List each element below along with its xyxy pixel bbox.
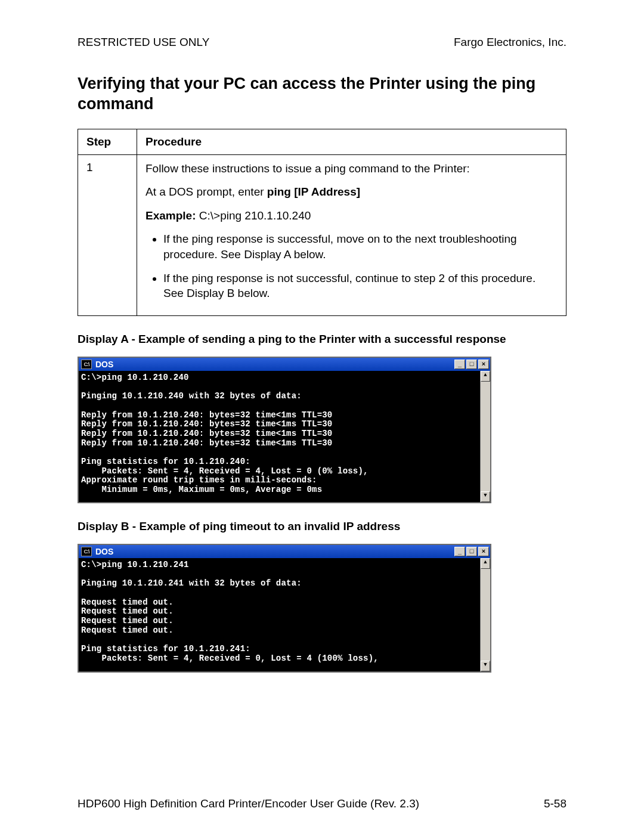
dos-window-a: C:\ DOS _ □ × C:\>ping 10.1.210.240 Ping… xyxy=(78,357,491,503)
dos-app-icon: C:\ xyxy=(81,360,92,369)
display-a-heading: Display A - Example of sending a ping to… xyxy=(78,333,566,346)
dos-title: DOS xyxy=(95,360,454,369)
scroll-up-button[interactable]: ▲ xyxy=(481,371,490,382)
page-footer: HDP600 High Definition Card Printer/Enco… xyxy=(78,797,566,810)
procedure-table: Step Procedure 1 Follow these instructio… xyxy=(78,129,566,316)
close-button[interactable]: × xyxy=(478,547,489,556)
dos-title: DOS xyxy=(95,547,454,556)
procedure-intro: Follow these instructions to issue a pin… xyxy=(145,161,558,176)
col-header-step: Step xyxy=(78,129,137,154)
bullet-failure: If the ping response is not successful, … xyxy=(163,271,558,301)
minimize-button[interactable]: _ xyxy=(454,360,465,369)
col-header-procedure: Procedure xyxy=(137,129,566,154)
header-restricted: RESTRICTED USE ONLY xyxy=(78,36,209,49)
procedure-cell: Follow these instructions to issue a pin… xyxy=(137,154,566,315)
scroll-up-button[interactable]: ▲ xyxy=(481,558,490,569)
dos-titlebar: C:\ DOS _ □ × xyxy=(79,358,490,371)
display-b-heading: Display B - Example of ping timeout to a… xyxy=(78,520,566,533)
minimize-button[interactable]: _ xyxy=(454,547,465,556)
scroll-track[interactable] xyxy=(481,569,490,661)
dos-window-b: C:\ DOS _ □ × C:\>ping 10.1.210.241 Ping… xyxy=(78,544,491,673)
maximize-button[interactable]: □ xyxy=(466,547,477,556)
step-number: 1 xyxy=(78,154,137,315)
example-label: Example: xyxy=(145,209,196,222)
dos-console-output: C:\>ping 10.1.210.240 Pinging 10.1.210.2… xyxy=(79,371,480,502)
section-title: Verifying that your PC can access the Pr… xyxy=(78,74,566,114)
page-header: RESTRICTED USE ONLY Fargo Electronics, I… xyxy=(78,36,566,49)
scrollbar[interactable]: ▲ ▼ xyxy=(480,558,490,671)
scrollbar[interactable]: ▲ ▼ xyxy=(480,371,490,502)
dos-titlebar: C:\ DOS _ □ × xyxy=(79,545,490,558)
prompt-command: ping [IP Address] xyxy=(267,185,360,198)
procedure-example: Example: C:\>ping 210.1.10.240 xyxy=(145,208,558,224)
example-command: C:\>ping 210.1.10.240 xyxy=(196,209,311,222)
close-button[interactable]: × xyxy=(478,360,489,369)
bullet-success: If the ping response is successful, move… xyxy=(163,231,558,262)
prompt-prefix: At a DOS prompt, enter xyxy=(145,185,267,198)
scroll-track[interactable] xyxy=(481,382,490,491)
document-page: RESTRICTED USE ONLY Fargo Electronics, I… xyxy=(0,0,644,833)
maximize-button[interactable]: □ xyxy=(466,360,477,369)
dos-console-output: C:\>ping 10.1.210.241 Pinging 10.1.210.2… xyxy=(79,558,480,671)
footer-page-number: 5-58 xyxy=(544,797,566,810)
procedure-prompt-line: At a DOS prompt, enter ping [IP Address] xyxy=(145,184,558,200)
dos-app-icon: C:\ xyxy=(81,547,92,556)
footer-doc-title: HDP600 High Definition Card Printer/Enco… xyxy=(78,797,419,810)
table-row: 1 Follow these instructions to issue a p… xyxy=(78,154,566,315)
header-company: Fargo Electronics, Inc. xyxy=(454,36,566,49)
scroll-down-button[interactable]: ▼ xyxy=(481,661,490,671)
scroll-down-button[interactable]: ▼ xyxy=(481,491,490,502)
